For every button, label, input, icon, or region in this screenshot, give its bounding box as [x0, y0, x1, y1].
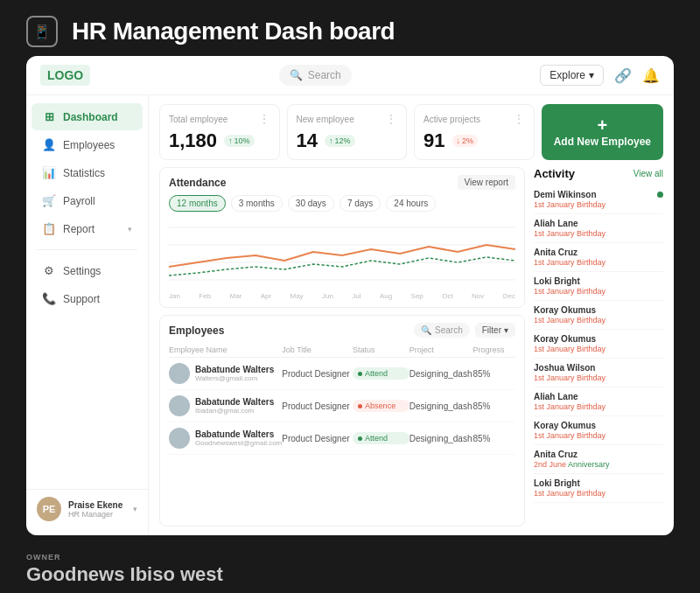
- logo: LOGO: [40, 65, 90, 86]
- stat-label: Active projects ⋮: [424, 112, 525, 126]
- card-body: ⊞ Dashboard 👤 Employees 📊 Statistics 🛒 P…: [26, 95, 674, 535]
- emp-avatar: [169, 395, 190, 416]
- left-panel: Attendance View report 12 months 3 month…: [159, 167, 525, 527]
- statistics-icon: 📊: [42, 166, 56, 179]
- stat-more-icon[interactable]: ⋮: [258, 112, 270, 126]
- activity-sub: 1st January Birthday: [534, 287, 663, 296]
- filter-30days[interactable]: 30 days: [288, 195, 334, 212]
- activity-item: Anita Cruz 1st January Birthday: [534, 243, 663, 272]
- activity-sub: 1st January Birthday: [534, 316, 663, 324]
- emp-name: Babatunde Walters: [195, 365, 274, 374]
- activity-item: Koray Okumus 1st January Birthday: [534, 416, 663, 445]
- report-icon: 📋: [42, 222, 56, 235]
- chevron-down-icon: ▾: [504, 325, 508, 335]
- notification-button[interactable]: 🔔: [642, 67, 660, 84]
- add-employee-button[interactable]: + Add New Employee: [542, 104, 663, 160]
- activity-title: Activity: [534, 167, 575, 180]
- stat-more-icon[interactable]: ⋮: [385, 112, 397, 126]
- status-dot: [358, 436, 362, 441]
- filter-24hours[interactable]: 24 hours: [386, 195, 436, 212]
- search-placeholder: Search: [308, 69, 341, 81]
- status-badge: Attend: [353, 367, 410, 380]
- page-header: 📱 HR Management Dash board: [0, 0, 700, 56]
- activity-item: Aliah Lane 1st January Birthday: [534, 214, 663, 243]
- col-progress: Progress: [473, 345, 516, 354]
- share-button[interactable]: 🔗: [614, 67, 632, 84]
- main-card: LOGO 🔍 Search Explore ▾ 🔗 🔔 ⊞ Dashboard: [26, 56, 674, 535]
- filter-3months[interactable]: 3 months: [231, 195, 283, 212]
- activity-sub: 1st January Birthday: [534, 402, 663, 411]
- emp-name: Babatunde Walters: [195, 429, 282, 439]
- emp-avatar: [169, 428, 190, 449]
- stat-badge-up: ↑ 12%: [325, 135, 355, 147]
- emp-email: Ibadan@gmai.com: [195, 407, 274, 415]
- sidebar-label-support: Support: [63, 293, 100, 305]
- employees-controls: 🔍 Search Filter ▾: [414, 323, 515, 338]
- status-badge: Attend: [353, 432, 410, 444]
- activity-sub: 2nd June Anniversary: [534, 460, 663, 469]
- activity-list: Demi Wikinson 1st January Birthday Aliah…: [534, 185, 663, 503]
- attendance-title: Attendance: [169, 177, 226, 189]
- chart-area: [169, 219, 515, 289]
- sidebar-label-employees: Employees: [63, 139, 115, 151]
- emp-project: Designing_dash: [410, 434, 473, 443]
- employees-header: Employees 🔍 Search Filter ▾: [169, 323, 515, 338]
- emp-project: Designing_dash: [410, 401, 473, 411]
- emp-email: Goodnewswest@gmail.com: [195, 439, 282, 447]
- search-placeholder: Search: [435, 325, 463, 335]
- emp-name-cell: Babatunde Walters Walters@gmail.com: [169, 363, 282, 384]
- col-job-title: Job Title: [282, 345, 353, 354]
- sidebar-item-support[interactable]: 📞 Support: [32, 285, 143, 312]
- avatar: PE: [37, 497, 61, 521]
- emp-avatar: [169, 363, 190, 384]
- employees-card: Employees 🔍 Search Filter ▾: [159, 315, 525, 527]
- explore-button[interactable]: Explore ▾: [540, 65, 604, 86]
- sidebar-item-payroll[interactable]: 🛒 Payroll: [32, 187, 143, 214]
- emp-job: Product Designer: [282, 401, 353, 411]
- page-footer: OWNER Goodnews Ibiso west: [0, 546, 700, 593]
- user-profile[interactable]: PE Praise Ekene HR Manager ▾: [26, 489, 148, 528]
- status-dot: [358, 372, 362, 376]
- filter-7days[interactable]: 7 days: [340, 195, 381, 212]
- user-info: Praise Ekene HR Manager: [68, 500, 126, 519]
- stat-more-icon[interactable]: ⋮: [513, 112, 525, 126]
- view-report-button[interactable]: View report: [458, 175, 515, 190]
- sidebar-item-statistics[interactable]: 📊 Statistics: [32, 159, 143, 186]
- add-employee-label: Add New Employee: [554, 136, 651, 148]
- main-content: Total employee ⋮ 1,180 ↑ 10% New employe…: [149, 95, 674, 535]
- activity-item: Joshua Wilson 1st January Birthday: [534, 359, 663, 387]
- stat-total-employee: Total employee ⋮ 1,180 ↑ 10%: [159, 104, 280, 160]
- sidebar-item-report[interactable]: 📋 Report ▾: [32, 215, 143, 242]
- sidebar-item-dashboard[interactable]: ⊞ Dashboard: [32, 103, 143, 130]
- view-all-button[interactable]: View all: [634, 169, 663, 178]
- activity-sub: 1st January Birthday: [534, 373, 663, 382]
- settings-icon: ⚙: [42, 264, 56, 277]
- emp-name-cell: Babatunde Walters Goodnewswest@gmail.com: [169, 428, 282, 449]
- filter-12months[interactable]: 12 months: [169, 195, 226, 212]
- employee-search[interactable]: 🔍 Search: [414, 323, 470, 338]
- filter-button[interactable]: Filter ▾: [475, 323, 515, 338]
- emp-job: Product Designer: [282, 369, 353, 379]
- stat-badge-up: ↑ 10%: [224, 135, 255, 147]
- emp-name-cell: Babatunde Walters Ibadan@gmai.com: [169, 395, 282, 416]
- sidebar-item-settings[interactable]: ⚙ Settings: [32, 257, 143, 284]
- emp-job: Product Designer: [282, 434, 353, 443]
- time-filters: 12 months 3 months 30 days 7 days 24 hou…: [169, 195, 515, 212]
- employees-title: Employees: [169, 324, 224, 337]
- sidebar: ⊞ Dashboard 👤 Employees 📊 Statistics 🛒 P…: [26, 95, 149, 535]
- stat-value: 14: [297, 129, 318, 152]
- activity-item: Loki Bright 1st January Birthday: [534, 474, 663, 503]
- activity-indicator-dot: [657, 192, 663, 198]
- stats-row: Total employee ⋮ 1,180 ↑ 10% New employe…: [159, 104, 663, 160]
- plus-icon: +: [597, 116, 607, 134]
- search-bar[interactable]: 🔍 Search: [279, 65, 352, 86]
- stat-label: New employee ⋮: [297, 112, 398, 126]
- activity-sub: 1st January Birthday: [534, 229, 663, 238]
- stat-value-row: 14 ↑ 12%: [297, 129, 398, 152]
- sidebar-divider: [37, 249, 137, 250]
- activity-item: Aliah Lane 1st January Birthday: [534, 387, 663, 416]
- sidebar-item-employees[interactable]: 👤 Employees: [32, 131, 143, 158]
- sidebar-label-settings: Settings: [63, 265, 101, 277]
- emp-progress: 85%: [473, 434, 516, 443]
- stat-value-row: 1,180 ↑ 10%: [169, 129, 270, 152]
